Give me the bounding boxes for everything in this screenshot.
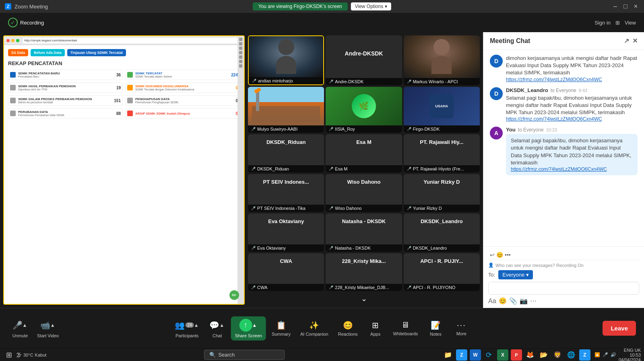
minimize-button[interactable]: – xyxy=(612,3,619,10)
emoji-react-icon[interactable]: 😊 xyxy=(496,252,503,258)
share-arrow[interactable]: ▲ xyxy=(251,319,258,332)
chat-avatar-3: A xyxy=(490,127,503,139)
video-arrow[interactable]: ▲ xyxy=(50,319,56,332)
external-link-icon[interactable]: ↗ xyxy=(624,37,629,45)
chat-arrow[interactable]: ▲ xyxy=(219,319,225,332)
annotation-pencil-icon[interactable]: ✏ xyxy=(229,290,239,300)
taskbar-icon-zoom[interactable]: Z xyxy=(456,349,467,361)
toolbar-participants[interactable]: 👥 24 ▲ Participants xyxy=(171,316,204,340)
chat-link-1[interactable]: https://zfrmz.com/74lwstLzZMdOO6Cxn4WC xyxy=(506,77,638,82)
close-chat-icon[interactable]: ✕ xyxy=(632,37,638,45)
taskbar-icon-firefox[interactable]: 🦊 xyxy=(524,349,536,361)
more-options-icon[interactable]: ••• xyxy=(505,252,511,258)
rekap-count-5: 151 xyxy=(114,98,121,103)
rekap-item-6: PENGHAPUSAN DATA Permohonan Penghapusan … xyxy=(125,95,240,106)
at-mention-icon[interactable]: Aa xyxy=(488,297,496,305)
taskbar-icon-word[interactable]: W xyxy=(470,349,481,361)
name-bar-mulyo: 🎤 Mulyo Suwiryo-AABI xyxy=(248,125,324,133)
tinjauan-button[interactable]: Tinjauan Ulang SDMK Tercatat xyxy=(67,49,126,56)
toolbar-reactions[interactable]: 😊 Reactions xyxy=(334,318,362,339)
name-label-wiso: Wiso Dahono xyxy=(335,206,361,211)
leave-button[interactable]: Leave xyxy=(603,321,636,336)
video-area: http://simpk.kegaul.com/dokumentasi SS D… xyxy=(0,32,483,308)
rekap-item-7: PERUBAHAN DATA Permohonan Perubahan Data… xyxy=(8,108,123,119)
chat-link-3[interactable]: https://zfrmz.com/74lwstLzZMdOO6Cxn4WC xyxy=(511,166,633,172)
maximize-button[interactable]: □ xyxy=(622,3,629,10)
window-controls: – □ × xyxy=(612,3,639,10)
taskbar: ⊞ 🌫 30°C Kabut 🔍 Search 📁 Z W ⟳ X P 🦊 📂 … xyxy=(0,348,644,361)
mic-icon-228-kristy: 🎤 xyxy=(329,285,333,289)
title-bar-center: You are viewing Firgo-DKSDK's screen Vie… xyxy=(253,2,391,10)
chat-panel: Meeting Chat ↗ ✕ D dimohon kerjasamanya … xyxy=(483,32,644,308)
participant-cell-esa-m: Esa M 🎤 Esa M xyxy=(326,134,402,172)
everyone-button[interactable]: Everyone ▾ xyxy=(498,270,533,279)
chat-link-2[interactable]: https://zfrmz.com/74lwstLzZMdOO6Cxn4WC xyxy=(506,116,638,122)
participant-cell-firgo: USAHA 🎤 Firgo-DKSDK xyxy=(404,87,480,133)
taskbar-icon-pdf[interactable]: P xyxy=(511,349,522,361)
tray-mic-icon: 🎤 xyxy=(603,352,608,357)
start-button[interactable]: ⊞ xyxy=(3,349,14,361)
video-firgo: USAHA xyxy=(404,87,480,126)
taskbar-icon-brave[interactable]: 🦁 xyxy=(552,349,563,361)
attachment-icon[interactable]: 📎 xyxy=(509,297,517,305)
notes-icon: 📝 xyxy=(431,320,441,330)
screen-share-panel: http://simpk.kegaul.com/dokumentasi SS D… xyxy=(3,35,245,305)
taskbar-icon-folder[interactable]: 📂 xyxy=(538,349,549,361)
toolbar-apps[interactable]: ⊞ Apps xyxy=(363,318,388,339)
ss-data-button[interactable]: SS Data xyxy=(8,49,28,56)
chat-to-2: to Everyone xyxy=(551,88,576,93)
language-region: ENG UK xyxy=(619,348,641,353)
name-bar-pt-seiv: 🎤 PT SEIV Indonesia -Tika xyxy=(248,205,324,212)
mic-icon-apci-pujiy: 🎤 xyxy=(407,285,411,289)
toolbar-ai-companion[interactable]: ✨ AI Companion xyxy=(296,318,332,339)
toolbar-summary[interactable]: 📋 Summary xyxy=(268,318,295,339)
toolbar-unmute[interactable]: 🎤 ▲ Unmute xyxy=(8,316,32,340)
mic-icon-natasha: 🎤 xyxy=(329,246,333,250)
top-info-right: Sign in ⊞ View xyxy=(594,20,636,26)
browser-close-btn xyxy=(6,39,10,42)
toolbar-chat[interactable]: 💬 ▲ Chat xyxy=(205,316,229,340)
view-options-button[interactable]: View Options ▾ xyxy=(351,2,391,10)
toolbar-whiteboards[interactable]: 🖥 Whiteboards xyxy=(389,318,422,338)
name-label-pt-seiv: PT SEIV Indonesia -Tika xyxy=(257,206,305,211)
screenshot-icon[interactable]: 📷 xyxy=(520,297,528,305)
tool-dot-1 xyxy=(239,38,242,41)
bottom-toolbar: 🎤 ▲ Unmute 📹 ▲ Start Video 👥 24 ▲ Partic… xyxy=(0,308,644,348)
chat-footer-info: 👤 Who can see your messages? Recording O… xyxy=(488,263,639,268)
name-label-esa-m: Esa M xyxy=(335,166,347,171)
taskbar-icon-edge[interactable]: ⟳ xyxy=(483,349,495,361)
unmute-arrow[interactable]: ▲ xyxy=(22,319,28,332)
toolbar-more[interactable]: ··· More xyxy=(449,318,473,338)
emoji-icon[interactable]: 😊 xyxy=(499,297,507,305)
belum-ada-data-button[interactable]: Belum Ada Data xyxy=(31,49,65,56)
view-label[interactable]: View xyxy=(625,20,636,26)
reply-icon[interactable]: ↩ xyxy=(490,252,495,258)
chat-text-1: dimohon kerjasamanya untuk mengisi dafta… xyxy=(506,55,638,77)
name-bar-wiso: 🎤 Wiso Dahono xyxy=(326,205,402,212)
toolbar-left: 🎤 ▲ Unmute 📹 ▲ Start Video xyxy=(8,316,63,340)
reactions-label: Reactions xyxy=(338,332,358,336)
taskbar-icon-chrome[interactable]: 🌐 xyxy=(566,349,577,361)
taskbar-app-icons: 📁 Z W ⟳ X P 🦊 📂 🦁 🌐 Z xyxy=(442,349,590,361)
toolbar-share-screen[interactable]: ↑ ▲ Share Screen xyxy=(231,316,266,340)
taskbar-icon-excel[interactable]: X xyxy=(497,349,508,361)
close-button[interactable]: × xyxy=(632,3,639,10)
taskbar-icon-zoom2[interactable]: Z xyxy=(579,349,590,361)
rekap-icon-7 xyxy=(10,111,16,116)
toolbar-notes[interactable]: 📝 Notes xyxy=(423,318,448,339)
chat-input[interactable] xyxy=(492,285,636,291)
taskbar-search-container: 🔍 Search xyxy=(46,350,442,360)
scroll-down-chevron[interactable]: ⌄ xyxy=(248,293,480,305)
taskbar-search[interactable]: 🔍 Search xyxy=(204,350,285,360)
more-chat-icon[interactable]: ⋯ xyxy=(530,297,537,305)
name-bar-esa-m: 🎤 Esa M xyxy=(326,165,402,172)
participants-arrow[interactable]: ▲ xyxy=(193,319,200,332)
window-title: Zoom Meeting xyxy=(14,4,48,10)
rekap-item-4: SDMK DOKUMEN KEDALUWARSA SDMK Tercatat d… xyxy=(125,82,240,93)
taskbar-icon-file-explorer[interactable]: 📁 xyxy=(442,349,454,361)
sign-in-link[interactable]: Sign in xyxy=(594,20,611,26)
participant-cell-iisia: 🌿 🎤 IISIA_Roy xyxy=(326,87,402,133)
chat-message-3: A You to Everyone 10:23 Selamat pagi bap… xyxy=(490,127,638,175)
toolbar-start-video[interactable]: 📹 ▲ Start Video xyxy=(33,316,63,340)
tool-dot-3 xyxy=(239,47,242,50)
